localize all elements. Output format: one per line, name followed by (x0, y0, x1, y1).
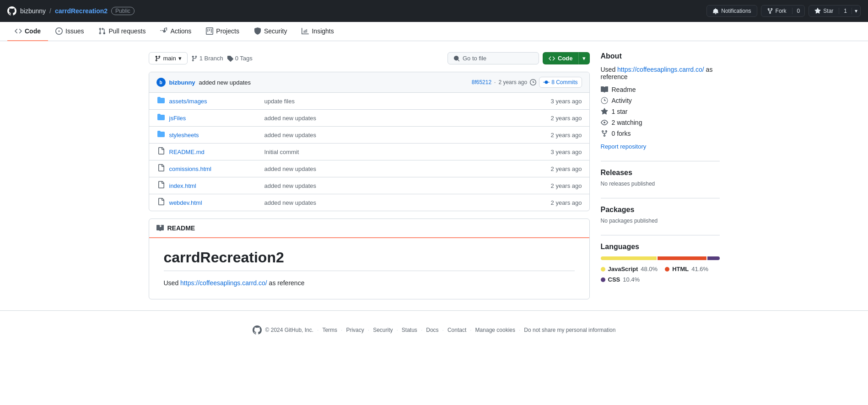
commit-author[interactable]: bizbunny (169, 79, 195, 86)
readme-link-item[interactable]: Readme (601, 84, 720, 95)
footer-terms[interactable]: Terms (322, 327, 337, 333)
file-name-link[interactable]: README.md (169, 149, 261, 155)
branch-selector[interactable]: main ▾ (149, 52, 188, 64)
actions-icon (160, 27, 167, 35)
file-name-link[interactable]: comissions.html (169, 165, 261, 172)
fork-button-group[interactable]: Fork 0 (761, 5, 805, 17)
file-time: 2 years ago (551, 165, 582, 172)
readme-text-before: Used (164, 279, 181, 287)
header-actions: Notifications Fork 0 Star 1 ▾ (706, 5, 861, 17)
file-row: index.htmladded new updates2 years ago (149, 177, 589, 194)
commit-time: 2 years ago (498, 79, 527, 85)
book-icon (156, 224, 164, 232)
file-commit-message: added new updates (264, 182, 547, 189)
file-time: 2 years ago (551, 132, 582, 139)
tags-link[interactable]: 0 Tags (227, 55, 253, 62)
lang-name: HTML (672, 266, 689, 272)
content-area: main ▾ 1 Branch 0 Tags Go to file (149, 52, 590, 299)
language-item[interactable]: JavaScript 48.0% (601, 266, 658, 272)
language-item[interactable]: CSS 10.4% (601, 276, 640, 283)
code-button-group: Code ▾ (543, 52, 590, 64)
lang-bar-segment (601, 256, 657, 260)
footer-contact[interactable]: Contact (447, 327, 466, 333)
lang-dot (601, 267, 605, 272)
code-dropdown-button[interactable]: ▾ (578, 52, 590, 64)
sidebar-divider-2 (601, 198, 720, 198)
readme-content: carrdRecreation2 Used https://coffeesapl… (149, 238, 589, 299)
lang-dot (601, 277, 605, 282)
file-name-link[interactable]: webdev.html (169, 199, 261, 206)
star-button-group[interactable]: Star 1 ▾ (809, 5, 861, 17)
tab-security-label: Security (264, 27, 287, 35)
bell-icon (712, 8, 719, 14)
readme-sidebar-label: Readme (612, 86, 636, 93)
file-icon (156, 181, 166, 190)
fork-count[interactable]: 0 (793, 8, 805, 14)
commit-message: added new updates (199, 79, 468, 86)
notifications-button[interactable]: Notifications (706, 5, 757, 17)
commit-hash[interactable]: 8f65212 (472, 79, 491, 85)
tab-code[interactable]: Code (7, 22, 48, 41)
packages-title: Packages (601, 206, 720, 214)
issues-icon (55, 27, 63, 35)
tag-icon (227, 55, 233, 62)
repo-name[interactable]: carrdRecreation2 (55, 7, 108, 15)
star-count[interactable]: 1 (839, 8, 852, 14)
footer: © 2024 GitHub, Inc. · Terms · Privacy · … (0, 310, 868, 349)
tab-projects[interactable]: Projects (199, 22, 247, 41)
lang-bar-segment (707, 256, 720, 260)
commits-link[interactable]: 8 Commits (539, 77, 582, 88)
branches-link[interactable]: 1 Branch (191, 55, 223, 62)
report-repo-link[interactable]: Report repository (601, 143, 647, 150)
footer-cookies[interactable]: Manage cookies (475, 327, 515, 333)
tab-actions[interactable]: Actions (153, 22, 199, 41)
lang-percent: 48.0% (641, 266, 658, 272)
packages-section: Packages No packages published (601, 206, 720, 224)
file-commit-message: Initial commit (264, 149, 547, 155)
commit-meta: 8f65212 · 2 years ago 8 Commits (472, 77, 582, 88)
owner-name[interactable]: bizbunny (20, 7, 46, 15)
tab-insights[interactable]: Insights (294, 22, 341, 41)
file-commit-message: added new updates (264, 132, 547, 139)
tab-issues[interactable]: Issues (48, 22, 91, 41)
activity-icon (601, 97, 608, 104)
code-button[interactable]: Code (543, 52, 578, 64)
star-dropdown-arrow[interactable]: ▾ (852, 8, 860, 14)
file-commit-message: added new updates (264, 115, 547, 122)
star-button[interactable]: Star (809, 8, 839, 14)
readme-reference-link[interactable]: https://coffeesaplings.carrd.co/ (180, 279, 267, 287)
footer-security[interactable]: Security (373, 327, 393, 333)
footer-privacy-info[interactable]: Do not share my personal information (524, 327, 615, 333)
footer-privacy[interactable]: Privacy (346, 327, 364, 333)
go-to-file-search[interactable]: Go to file (447, 52, 539, 64)
file-name-link[interactable]: index.html (169, 182, 261, 189)
forks-item: 0 forks (601, 128, 720, 139)
releases-title: Releases (601, 169, 720, 177)
tab-security[interactable]: Security (247, 22, 295, 41)
file-name-link[interactable]: assets/images (169, 98, 261, 105)
readme-icon (601, 86, 608, 93)
tab-pull-requests[interactable]: Pull requests (91, 22, 153, 41)
sidebar-star-icon (601, 108, 608, 115)
footer-docs[interactable]: Docs (426, 327, 438, 333)
fork-button[interactable]: Fork (761, 8, 793, 14)
about-reference-link[interactable]: https://coffeesaplings.carrd.co/ (617, 66, 704, 73)
latest-commit-row: b bizbunny added new updates 8f65212 · 2… (149, 72, 589, 93)
activity-link-item[interactable]: Activity (601, 95, 720, 106)
branch-name: main (163, 55, 176, 62)
about-text-before: Used (601, 66, 618, 73)
file-name-link[interactable]: stylesheets (169, 132, 261, 139)
lang-percent: 41.6% (691, 266, 708, 272)
readme-section: README carrdRecreation2 Used https://cof… (149, 218, 590, 299)
tab-insights-label: Insights (312, 27, 334, 35)
footer-status[interactable]: Status (402, 327, 417, 333)
tab-issues-label: Issues (65, 27, 84, 35)
branch-icon (155, 55, 161, 62)
sidebar: About Used https://coffeesaplings.carrd.… (601, 52, 720, 299)
language-item[interactable]: HTML 41.6% (665, 266, 708, 272)
about-section: About Used https://coffeesaplings.carrd.… (601, 52, 720, 150)
file-name-link[interactable]: jsFiles (169, 115, 261, 122)
file-row: README.mdInitial commit3 years ago (149, 144, 589, 160)
insights-icon (302, 27, 309, 35)
search-icon (453, 55, 460, 62)
